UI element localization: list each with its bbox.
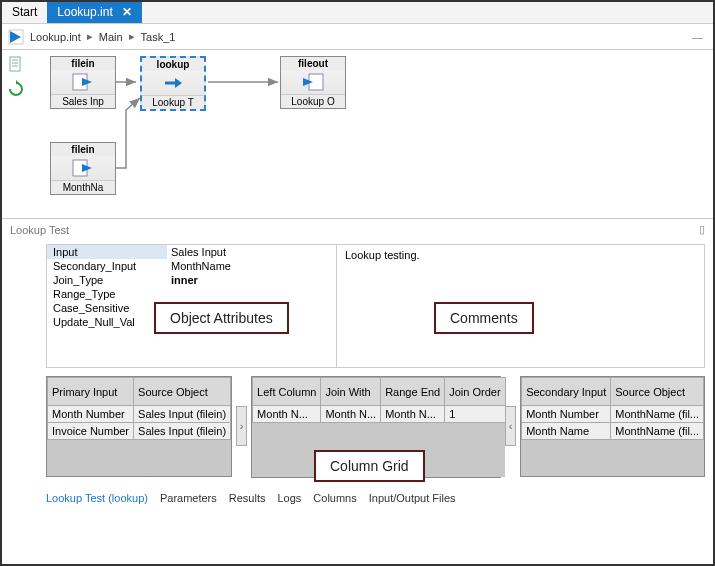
breadcrumb: Lookup.int ▸ Main ▸ Task_1 — — [2, 24, 713, 50]
node-filein-sales[interactable]: filein Sales Inp — [50, 56, 116, 109]
svg-marker-11 — [175, 78, 182, 88]
attr-value[interactable]: inner — [167, 273, 336, 287]
properties-area: InputSales Input Secondary_InputMonthNam… — [46, 244, 705, 368]
cell[interactable]: Sales Input (filein) — [134, 406, 231, 423]
col-header[interactable]: Source Object — [611, 378, 704, 406]
cell[interactable]: Month Name — [522, 423, 611, 440]
crumb-main[interactable]: Main — [99, 31, 123, 43]
callout-object-attributes: Object Attributes — [154, 302, 289, 334]
move-right-button[interactable]: › — [236, 406, 247, 446]
cell[interactable]: Invoice Number — [48, 423, 134, 440]
crumb-file[interactable]: Lookup.int — [30, 31, 81, 43]
panel-title-text: Lookup Test — [10, 224, 69, 236]
col-header[interactable]: Join Order — [445, 378, 505, 406]
crumb-task[interactable]: Task_1 — [141, 31, 176, 43]
svg-marker-0 — [10, 31, 21, 43]
attr-key[interactable]: Input — [47, 245, 167, 259]
cell[interactable]: Sales Input (filein) — [134, 423, 231, 440]
editor-tabs: Start Lookup.int ✕ — [2, 2, 713, 24]
cell[interactable]: Month N... — [253, 406, 321, 423]
attr-value[interactable]: Sales Input — [167, 245, 336, 259]
col-header[interactable]: Join With — [321, 378, 381, 406]
flow-canvas[interactable]: filein Sales Inp lookup Lookup T fileout… — [30, 50, 713, 218]
attr-key[interactable]: Update_Null_Val — [47, 315, 167, 329]
node-fileout[interactable]: fileout Lookup O — [280, 56, 346, 109]
node-filein-month[interactable]: filein MonthNa — [50, 142, 116, 195]
col-header[interactable]: Left Column — [253, 378, 321, 406]
move-left-button[interactable]: ‹ — [505, 406, 516, 446]
attr-key[interactable]: Join_Type — [47, 273, 167, 287]
btab-lookup-test[interactable]: Lookup Test (lookup) — [46, 492, 148, 504]
cell[interactable]: Month N... — [381, 406, 445, 423]
node-header: filein — [51, 143, 115, 156]
callout-column-grid: Column Grid — [314, 450, 425, 482]
btab-logs[interactable]: Logs — [277, 492, 301, 504]
col-header[interactable]: Primary Input — [48, 378, 134, 406]
cell[interactable]: MonthName (fil... — [611, 406, 704, 423]
node-header: filein — [51, 57, 115, 70]
panel-title: Lookup Test ▯ — [2, 218, 713, 240]
minimize-button[interactable]: — — [688, 31, 707, 43]
node-header: lookup — [142, 58, 204, 71]
pin-icon[interactable]: ▯ — [699, 223, 705, 236]
attr-value[interactable] — [167, 287, 336, 301]
svg-marker-6 — [16, 80, 20, 84]
node-footer: MonthNa — [51, 180, 115, 194]
close-icon[interactable]: ✕ — [122, 5, 132, 19]
tab-label: Lookup.int — [57, 5, 112, 19]
cell[interactable]: Month N... — [321, 406, 381, 423]
cell[interactable]: 1 — [445, 406, 505, 423]
node-lookup[interactable]: lookup Lookup T — [140, 56, 206, 111]
node-footer: Lookup T — [142, 95, 204, 109]
col-header[interactable]: Secondary Input — [522, 378, 611, 406]
node-footer: Sales Inp — [51, 94, 115, 108]
attr-key[interactable]: Range_Type — [47, 287, 167, 301]
chevron-right-icon: ▸ — [129, 30, 135, 43]
btab-parameters[interactable]: Parameters — [160, 492, 217, 504]
side-toolbar — [2, 50, 30, 218]
tab-start[interactable]: Start — [2, 2, 47, 23]
play-icon[interactable] — [8, 29, 24, 45]
attr-key[interactable]: Case_Sensitive — [47, 301, 167, 315]
col-header[interactable]: Source Object — [134, 378, 231, 406]
attr-key[interactable]: Secondary_Input — [47, 259, 167, 273]
cell[interactable]: MonthName (fil... — [611, 423, 704, 440]
cell[interactable]: Month Number — [48, 406, 134, 423]
bottom-tabs: Lookup Test (lookup) Parameters Results … — [2, 486, 713, 508]
chevron-right-icon: ▸ — [87, 30, 93, 43]
col-header[interactable]: Range End — [381, 378, 445, 406]
node-header: fileout — [281, 57, 345, 70]
btab-results[interactable]: Results — [229, 492, 266, 504]
callout-comments: Comments — [434, 302, 534, 334]
node-footer: Lookup O — [281, 94, 345, 108]
document-icon[interactable] — [7, 56, 25, 74]
attr-value[interactable]: MonthName — [167, 259, 336, 273]
secondary-input-grid[interactable]: Secondary InputSource Object Month Numbe… — [520, 376, 705, 477]
svg-rect-2 — [10, 57, 20, 71]
cell[interactable]: Month Number — [522, 406, 611, 423]
primary-input-grid[interactable]: Primary InputSource Object Month NumberS… — [46, 376, 232, 477]
btab-io-files[interactable]: Input/Output Files — [369, 492, 456, 504]
refresh-icon[interactable] — [7, 80, 25, 98]
tab-lookup-int[interactable]: Lookup.int ✕ — [47, 2, 142, 23]
btab-columns[interactable]: Columns — [313, 492, 356, 504]
